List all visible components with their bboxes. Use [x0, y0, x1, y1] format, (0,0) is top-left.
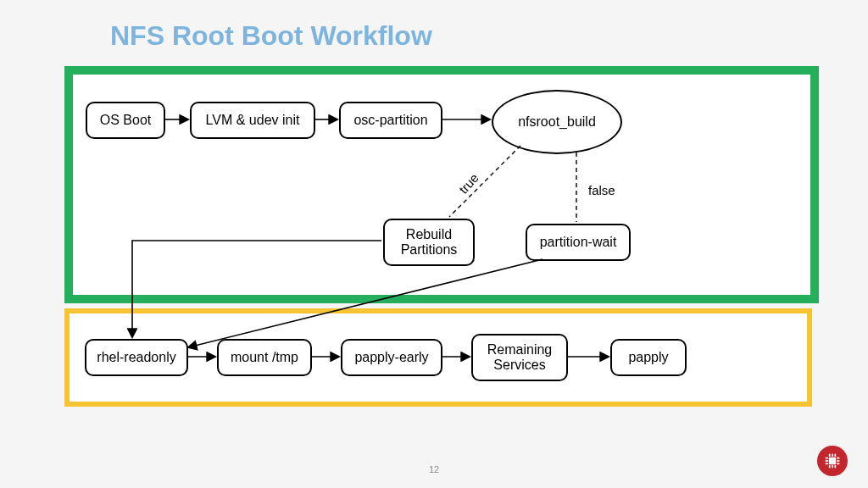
node-remaining-services: Remaining Services — [471, 334, 568, 381]
svg-rect-20 — [826, 463, 828, 465]
edge-label-false: false — [588, 183, 615, 197]
chip-icon — [817, 446, 848, 476]
node-nfsroot-build: nfsroot_build — [492, 90, 622, 154]
svg-rect-16 — [835, 454, 837, 457]
node-partition-wait: partition-wait — [526, 224, 631, 261]
node-mount-tmp: mount /tmp — [217, 339, 312, 376]
svg-rect-10 — [829, 458, 836, 464]
node-osc-partition: osc-partition — [339, 102, 442, 139]
svg-rect-14 — [837, 460, 839, 462]
svg-rect-18 — [835, 465, 837, 468]
svg-rect-22 — [837, 463, 839, 465]
node-rebuild-partitions: Rebuild Partitions — [383, 219, 475, 266]
node-papply-early: papply-early — [341, 339, 442, 376]
svg-rect-17 — [829, 465, 831, 468]
node-lvm-udev: LVM & udev init — [190, 102, 315, 139]
page-title: NFS Root Boot Workflow — [110, 20, 432, 52]
node-papply: papply — [610, 339, 687, 376]
svg-rect-15 — [829, 454, 831, 457]
svg-rect-11 — [832, 454, 833, 457]
node-os-boot: OS Boot — [86, 102, 165, 139]
node-rhel-readonly: rhel-readonly — [85, 339, 188, 376]
svg-rect-13 — [826, 460, 828, 462]
svg-rect-12 — [832, 465, 833, 468]
boot-phase-zone — [64, 66, 819, 303]
svg-rect-19 — [826, 458, 828, 459]
svg-rect-21 — [837, 458, 839, 459]
page-number: 12 — [0, 464, 868, 474]
